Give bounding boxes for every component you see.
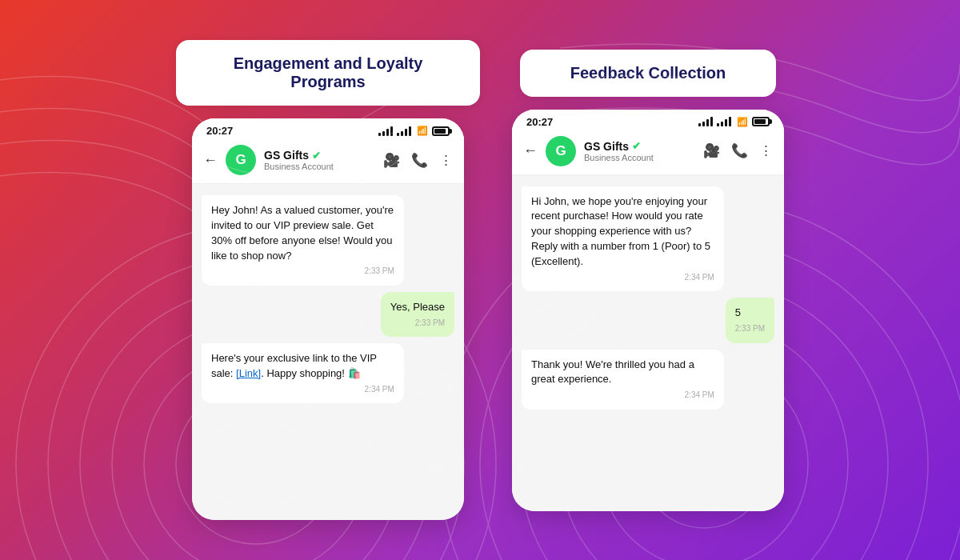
phone2-status-bar: 20:27 📶 [512,110,784,131]
msg5-text: 5 [735,306,741,318]
voice-call2-icon[interactable]: 📞 [731,142,748,159]
msg4-row: Hi John, we hope you're enjoying your re… [522,186,774,292]
msg4-text: Hi John, we hope you're enjoying your re… [531,195,710,267]
phone1-time: 20:27 [206,125,233,137]
feedback-panel: Feedback Collection 20:27 📶 [512,50,784,511]
phone1-chat: Hey John! As a valued customer, you're i… [192,184,464,520]
phone1-signal [378,126,393,136]
phone1-header-actions: 🎥 📞 ⋮ [383,152,453,169]
video-call-icon[interactable]: 🎥 [383,152,400,169]
phone2-contact-subtitle: Business Account [584,153,695,162]
phone1-contact-subtitle: Business Account [264,162,375,171]
phone1-header: ← G GS Gifts ✔ Business Account 🎥 📞 ⋮ [192,140,464,184]
back-arrow-icon[interactable]: ← [203,152,218,169]
engagement-panel: Engagement and Loyalty Programs 20:27 [176,40,480,520]
msg3-time: 2:34 PM [211,384,394,396]
msg4-time: 2:34 PM [531,272,714,284]
engagement-phone: 20:27 📶 [192,118,464,520]
msg3-link[interactable]: [Link] [236,367,261,379]
msg1-bubble: Hey John! As a valued customer, you're i… [202,195,404,286]
phone2-wifi-icon: 📶 [737,117,748,127]
feedback-phone: 20:27 📶 [512,110,784,511]
phone2-contact-name: GS Gifts ✔ [584,140,695,153]
verified-badge2-icon: ✔ [632,140,641,152]
back-arrow2-icon[interactable]: ← [523,142,538,159]
verified-badge-icon: ✔ [312,150,321,162]
video-call2-icon[interactable]: 🎥 [703,142,720,159]
phone1-contact-name: GS Gifts ✔ [264,149,375,162]
engagement-title: Engagement and Loyalty Programs [208,54,448,91]
phone2-signal [698,117,713,126]
msg2-bubble: Yes, Please 2:33 PM [381,292,454,337]
msg3-bubble: Here's your exclusive link to the VIP sa… [202,343,404,403]
msg4-bubble: Hi John, we hope you're enjoying your re… [522,186,724,292]
feedback-title-box: Feedback Collection [520,50,776,97]
more-options2-icon[interactable]: ⋮ [759,142,773,159]
msg2-row: Yes, Please 2:33 PM [202,292,454,337]
msg6-text: Thank you! We're thrilled you had a grea… [531,358,694,386]
msg1-row: Hey John! As a valued customer, you're i… [202,195,454,286]
phone1-contact-info: GS Gifts ✔ Business Account [264,149,375,171]
msg1-text: Hey John! As a valued customer, you're i… [211,204,394,262]
msg2-text: Yes, Please [390,301,445,313]
phone2-time: 20:27 [526,116,553,128]
phone2-battery-icon [752,117,770,126]
msg3-text-after: . Happy shopping! 🛍️ [261,367,360,379]
msg5-bubble: 5 2:33 PM [726,298,774,342]
phone1-battery-icon [432,126,450,136]
phone1-wifi-icon: 📶 [417,126,428,136]
msg3-row: Here's your exclusive link to the VIP sa… [202,343,454,403]
phone2-contact-info: GS Gifts ✔ Business Account [584,140,695,162]
engagement-title-box: Engagement and Loyalty Programs [176,40,480,106]
phone2-avatar: G [546,136,576,166]
feedback-title: Feedback Collection [552,64,744,82]
more-options-icon[interactable]: ⋮ [439,152,453,169]
voice-call-icon[interactable]: 📞 [411,152,428,169]
background-waves [0,0,960,560]
msg1-time: 2:33 PM [211,266,394,278]
phone2-status-icons: 📶 [698,117,770,127]
msg5-time: 2:33 PM [735,323,765,335]
phone1-status-bar: 20:27 📶 [192,118,464,140]
msg5-row: 5 2:33 PM [522,298,774,342]
msg6-row: Thank you! We're thrilled you had a grea… [522,350,774,410]
msg2-time: 2:33 PM [390,318,445,330]
phone1-avatar: G [226,145,256,175]
phone2-header-actions: 🎥 📞 ⋮ [703,142,773,159]
phone2-header: ← G GS Gifts ✔ Business Account 🎥 📞 ⋮ [512,131,784,175]
phone1-signal2 [397,126,411,136]
phone2-chat: Hi John, we hope you're enjoying your re… [512,175,784,511]
msg6-bubble: Thank you! We're thrilled you had a grea… [522,350,724,410]
phone1-status-icons: 📶 [378,126,450,136]
msg6-time: 2:34 PM [531,390,714,402]
phone2-signal2 [717,117,731,126]
